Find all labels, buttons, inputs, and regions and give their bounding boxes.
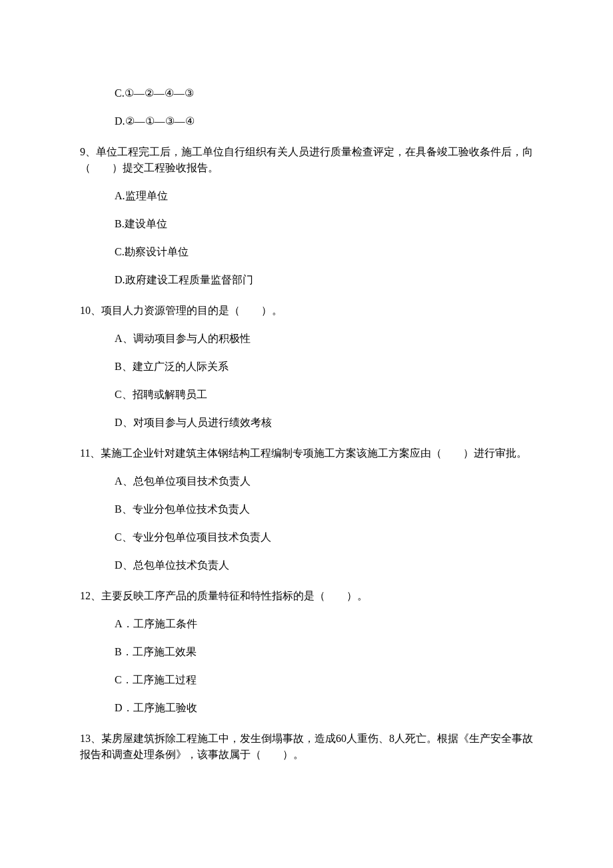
q12-option-b: B．工序施工效果 <box>115 644 533 660</box>
q11-option-d: D、总包单位技术负责人 <box>115 557 533 573</box>
question-text: 10、项目人力资源管理的目的是（ ）。 <box>80 305 283 316</box>
option-text: D.②—①—③—④ <box>115 115 195 127</box>
q11-option-c: C、专业分包单位项目技术负责人 <box>115 529 533 545</box>
option-text: B、建立广泛的人际关系 <box>115 361 229 372</box>
q9-option-d: D.政府建设工程质量监督部门 <box>115 272 533 288</box>
q8-option-d: D.②—①—③—④ <box>115 113 533 129</box>
option-text: C．工序施工过程 <box>115 674 197 685</box>
q12-stem: 12、主要反映工序产品的质量特征和特性指标的是（ ）。 <box>80 588 533 604</box>
q11-option-b: B、专业分包单位技术负责人 <box>115 501 533 517</box>
option-text: D．工序施工验收 <box>115 702 197 713</box>
question-text: 11、某施工企业针对建筑主体钢结构工程编制专项施工方案该施工方案应由（ ）进行审… <box>80 447 527 459</box>
q8-option-c: C.①—②—④—③ <box>115 85 533 101</box>
q10-option-a: A、调动项目参与人的积极性 <box>115 331 533 347</box>
option-text: C.勘察设计单位 <box>115 246 189 257</box>
option-text: B.建设单位 <box>115 218 167 229</box>
q13-stem: 13、某房屋建筑拆除工程施工中，发生倒塌事故，造成60人重伤、8人死亡。根据《生… <box>80 731 533 763</box>
q9-option-c: C.勘察设计单位 <box>115 244 533 260</box>
option-text: B．工序施工效果 <box>115 646 197 657</box>
q10-option-c: C、招聘或解聘员工 <box>115 387 533 403</box>
q10-option-b: B、建立广泛的人际关系 <box>115 359 533 375</box>
q12-option-a: A．工序施工条件 <box>115 616 533 632</box>
option-text: D.政府建设工程质量监督部门 <box>115 274 253 285</box>
q11-option-a: A、总包单位项目技术负责人 <box>115 473 533 489</box>
question-text: 13、某房屋建筑拆除工程施工中，发生倒塌事故，造成60人重伤、8人死亡。根据《生… <box>80 733 533 760</box>
option-text: C.①—②—④—③ <box>115 87 194 99</box>
option-text: D、总包单位技术负责人 <box>115 559 229 571</box>
q9-option-b: B.建设单位 <box>115 216 533 232</box>
q12-option-d: D．工序施工验收 <box>115 700 533 716</box>
q9-stem: 9、单位工程完工后，施工单位自行组织有关人员进行质量检查评定，在具备竣工验收条件… <box>80 144 533 176</box>
q9-option-a: A.监理单位 <box>115 188 533 204</box>
q12-option-c: C．工序施工过程 <box>115 672 533 688</box>
document-page: C.①—②—④—③ D.②—①—③—④ 9、单位工程完工后，施工单位自行组织有关… <box>0 0 613 823</box>
option-text: C、专业分包单位项目技术负责人 <box>115 531 271 543</box>
option-text: D、对项目参与人员进行绩效考核 <box>115 417 272 428</box>
option-text: A.监理单位 <box>115 190 168 201</box>
q11-stem: 11、某施工企业针对建筑主体钢结构工程编制专项施工方案该施工方案应由（ ）进行审… <box>80 445 533 461</box>
question-text: 12、主要反映工序产品的质量特征和特性指标的是（ ）。 <box>80 590 368 601</box>
option-text: A、调动项目参与人的积极性 <box>115 333 251 344</box>
q10-option-d: D、对项目参与人员进行绩效考核 <box>115 415 533 431</box>
q10-stem: 10、项目人力资源管理的目的是（ ）。 <box>80 303 533 319</box>
option-text: A、总包单位项目技术负责人 <box>115 475 251 487</box>
option-text: C、招聘或解聘员工 <box>115 389 207 400</box>
option-text: B、专业分包单位技术负责人 <box>115 503 250 515</box>
question-text: 9、单位工程完工后，施工单位自行组织有关人员进行质量检查评定，在具备竣工验收条件… <box>80 146 533 173</box>
option-text: A．工序施工条件 <box>115 618 197 629</box>
